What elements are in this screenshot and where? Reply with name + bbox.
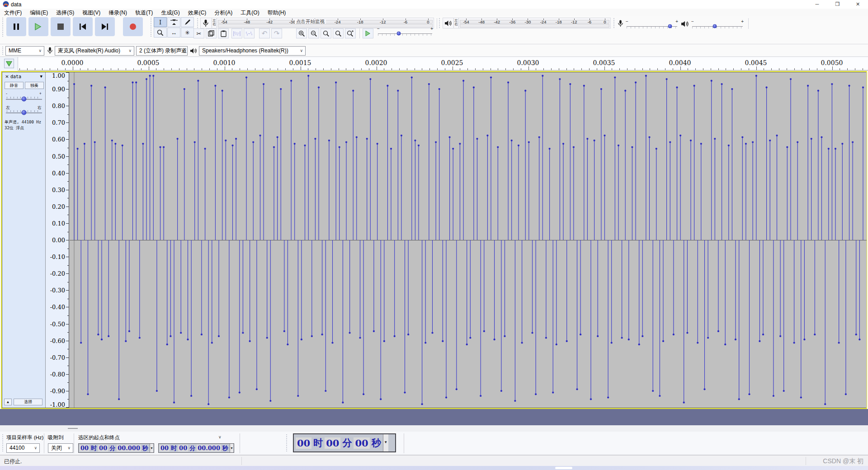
menu-item-4[interactable]: 播录(N) — [104, 9, 131, 16]
timeline-tick — [574, 68, 574, 70]
sel-end-seconds[interactable]: 00.000 — [197, 445, 221, 451]
mute-button[interactable]: 静音 — [5, 82, 24, 89]
menu-item-9[interactable]: 工具(O) — [236, 9, 263, 16]
playback-meter[interactable]: 左右 -54-48-42-36-30-24-18-12-60 — [443, 18, 611, 28]
timeline-tick — [764, 68, 764, 70]
sel-start-hours[interactable]: 00 — [80, 445, 90, 451]
resize-handle[interactable] — [68, 428, 78, 429]
collapse-icon: ▲ — [6, 400, 10, 404]
amplitude-label: -0.80 — [50, 371, 65, 378]
field-dropdown-icon[interactable]: ▼ — [383, 434, 388, 451]
zoom-tool-button[interactable] — [154, 28, 167, 38]
cut-button[interactable]: ✂ — [193, 28, 204, 38]
stop-button[interactable] — [51, 17, 71, 36]
redo-button[interactable]: ↷ — [271, 28, 282, 38]
amplitude-label: 0.90 — [52, 86, 65, 93]
timeshift-tool-button[interactable]: ↔ — [167, 28, 180, 38]
zoom-toggle-button[interactable] — [345, 28, 356, 38]
position-minutes[interactable]: 00 — [325, 437, 340, 449]
vertical-scale-ruler[interactable]: 1.000.900.800.700.600.500.400.300.200.10… — [46, 72, 69, 408]
track-close-button[interactable]: ✕ — [4, 74, 10, 80]
play-speed-thumb[interactable] — [396, 32, 401, 36]
timeline-options-button[interactable] — [4, 59, 14, 68]
position-seconds[interactable]: 00 — [354, 437, 369, 449]
track-format-info: 单声道, 44100 Hz — [5, 119, 41, 125]
pan-slider[interactable] — [6, 108, 42, 115]
pause-button[interactable] — [6, 17, 26, 36]
playback-volume-slider[interactable]: − + — [692, 24, 743, 29]
sel-end-minutes[interactable]: 00 — [178, 445, 188, 451]
menu-item-1[interactable]: 编辑(E) — [26, 9, 52, 16]
pan-slider-thumb[interactable] — [22, 110, 27, 115]
input-channels-select[interactable]: 2 (立体声) 录制声道 ∨ — [136, 46, 188, 56]
menu-item-0[interactable]: 文件(F) — [0, 9, 26, 16]
track-name-menu[interactable]: data ▼ — [10, 73, 44, 80]
waveform-area[interactable] — [70, 72, 867, 408]
amplitude-label: -0.40 — [50, 304, 65, 310]
meter-monitor-prompt[interactable]: 点击开始监视 — [295, 19, 326, 24]
timeline-tick — [316, 68, 316, 70]
recording-meter[interactable]: 左右 -54-48-42-36-30-24-18-12-60点击开始监视 — [200, 18, 434, 28]
minimize-button[interactable]: ─ — [807, 0, 827, 9]
envelope-tool-button[interactable] — [167, 17, 180, 27]
menu-item-7[interactable]: 效果(C) — [184, 9, 211, 16]
zoom-out-button[interactable] — [308, 28, 319, 38]
record-button[interactable] — [123, 17, 143, 36]
selection-mode-select[interactable]: 选区的起点和终点 ∨ — [78, 434, 120, 441]
paste-button[interactable] — [218, 28, 229, 38]
menu-item-2[interactable]: 选择(S) — [52, 9, 78, 16]
audio-host-select[interactable]: MME ∨ — [5, 46, 44, 56]
play-button[interactable] — [28, 17, 48, 36]
output-device-select[interactable]: Speakers/Headphones (Realtek(R)) ∨ — [199, 46, 306, 56]
gain-slider-thumb[interactable] — [22, 97, 27, 102]
menu-item-5[interactable]: 轨道(T) — [131, 9, 157, 16]
undo-button[interactable]: ↶ — [259, 28, 270, 38]
timeline-tick — [460, 68, 460, 70]
maximize-button[interactable]: ❒ — [827, 0, 848, 9]
multi-tool-button[interactable]: ✳ — [181, 28, 194, 38]
timeline-tick — [103, 68, 104, 70]
audio-position-field[interactable]: 00 时 00 分 00 秒 ▼ — [293, 433, 396, 452]
project-rate-select[interactable]: 44100 ∨ — [6, 443, 40, 453]
sel-end-hours[interactable]: 00 — [160, 445, 170, 451]
menu-item-10[interactable]: 帮助(H) — [264, 9, 290, 16]
sel-start-minutes[interactable]: 00 — [98, 445, 108, 451]
trim-audio-button[interactable] — [231, 28, 242, 38]
copy-button[interactable] — [206, 28, 217, 38]
amplitude-minor-tick — [67, 148, 69, 148]
field-dropdown-icon[interactable]: ▼ — [150, 444, 153, 452]
input-device-select[interactable]: 麦克风 (Realtek(R) Audio) ∨ — [55, 46, 134, 56]
solo-button[interactable]: 独奏 — [25, 82, 44, 89]
menu-item-6[interactable]: 生成(G) — [157, 9, 184, 16]
close-button[interactable]: ✕ — [848, 0, 868, 9]
position-hours[interactable]: 00 — [296, 437, 311, 449]
play-speed-slider[interactable]: − + — [378, 31, 432, 36]
menu-item-8[interactable]: 分析(A) — [210, 9, 236, 16]
selection-tool-button[interactable]: I — [154, 17, 167, 27]
play-at-speed-button[interactable] — [363, 28, 373, 38]
field-dropdown-icon[interactable]: ▼ — [230, 444, 233, 452]
menu-item-3[interactable]: 视图(V) — [78, 9, 104, 16]
gain-slider[interactable] — [6, 95, 42, 101]
fit-selection-button[interactable] — [321, 28, 331, 38]
draw-tool-button[interactable] — [181, 17, 194, 27]
playback-volume-thumb[interactable] — [713, 24, 717, 28]
sel-start-seconds[interactable]: 00.000 — [117, 445, 141, 451]
track-collapse-button[interactable]: ▲ — [4, 399, 12, 405]
snap-to-label: 吸附到 — [48, 434, 64, 441]
skip-to-end-button[interactable] — [95, 17, 115, 36]
selection-start-field[interactable]: 00 时 00 分 00.000 秒 ▼ — [78, 443, 154, 453]
timeline-tick — [657, 68, 658, 70]
recording-volume-slider[interactable]: − + — [627, 24, 677, 29]
skip-to-start-button[interactable] — [73, 17, 93, 36]
silence-audio-button[interactable] — [244, 28, 255, 38]
recording-volume-thumb[interactable] — [668, 24, 672, 28]
timeline-ruler[interactable]: 0.00000.00050.00100.00150.00200.00250.00… — [0, 57, 868, 70]
zoom-in-button[interactable] — [296, 28, 307, 38]
track-select-button[interactable]: 选择 — [14, 399, 42, 405]
snap-to-select[interactable]: 关闭 ∨ — [48, 443, 73, 453]
selection-end-field[interactable]: 00 时 00 分 00.000 秒 ▼ — [158, 443, 234, 453]
fit-project-button[interactable] — [333, 28, 344, 38]
timeshift-icon: ↔ — [171, 29, 177, 36]
amplitude-label: 0.20 — [52, 203, 65, 210]
